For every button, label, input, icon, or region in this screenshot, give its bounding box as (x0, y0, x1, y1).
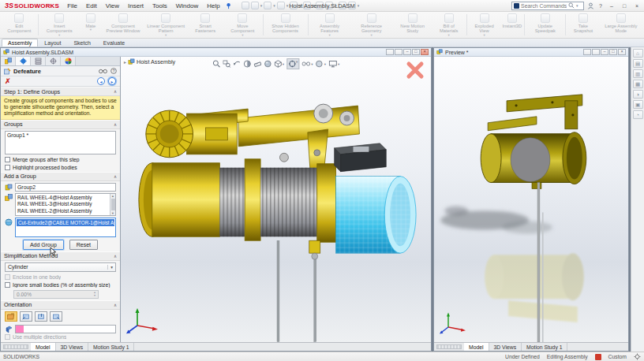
view-settings-icon[interactable]: ▾ (328, 60, 339, 68)
group-list-item[interactable]: Group1 * (7, 132, 28, 138)
edit-appearance-icon[interactable]: ▾ (316, 60, 326, 68)
method-dropdown[interactable]: Cylinder▾ (5, 262, 116, 272)
spinner-arrows-icon[interactable]: ▴▾ (94, 291, 95, 296)
doc-restore-button[interactable]: □ (609, 49, 617, 55)
preview-titlebar[interactable]: Preview * – □ × (434, 48, 628, 57)
user-account-icon[interactable] (587, 2, 594, 9)
tab-model[interactable]: Model (464, 343, 489, 351)
close-button[interactable]: × (632, 2, 642, 9)
main-viewport[interactable]: ▸ Hoist Assembly ▾ ▾ ▾ ▾ (121, 57, 431, 342)
ribbon-button-move-component[interactable]: Move Component▾ (223, 13, 261, 37)
ribbon-button-insert-components[interactable]: Insert Components▾ (39, 13, 79, 37)
help-button[interactable]: ? (597, 3, 604, 9)
section-view-icon[interactable] (243, 60, 251, 68)
viewport-tree-root[interactable]: ▸ Hoist Assembly (124, 58, 175, 65)
preview-viewport[interactable] (434, 57, 628, 342)
reset-button[interactable]: Reset (69, 240, 98, 250)
enclose-checkbox[interactable]: Enclose in one body (1, 274, 120, 281)
search-input[interactable] (521, 3, 567, 9)
design-library-icon[interactable]: ▥ (633, 69, 643, 78)
menu-window[interactable]: Window (173, 2, 201, 9)
status-gear-icon[interactable] (634, 353, 641, 360)
add-group-button[interactable]: Add Group (23, 240, 64, 250)
hoist-assembly-titlebar[interactable]: Hoist Assembly.SLDASM – □ × (1, 48, 431, 57)
menu-help[interactable]: Help (204, 2, 223, 9)
section-step1[interactable]: Step 1: Define Groups∧ (1, 87, 120, 96)
tab-splitter-handle[interactable] (3, 344, 28, 349)
doc-pin-button[interactable] (395, 49, 402, 55)
doc-pin-button[interactable] (592, 49, 600, 55)
search-icon[interactable] (568, 2, 575, 9)
ribbon-button-linear-component-pattern[interactable]: Linear Component Pattern▾ (144, 13, 187, 37)
zoom-area-icon[interactable] (223, 60, 230, 68)
file-explorer-icon[interactable]: ▤ (633, 59, 643, 68)
section-add-group[interactable]: Add a Group∧ (1, 172, 120, 181)
open-icon[interactable] (264, 2, 271, 9)
doc-minimize-button[interactable]: – (601, 49, 608, 55)
scroll-up-icon[interactable]: ▴ (112, 194, 114, 198)
ribbon-button-smart-fasteners[interactable]: Smart Fasteners (187, 13, 223, 37)
tab-assembly[interactable]: Assembly (2, 39, 38, 47)
tab-model[interactable]: Model (31, 343, 56, 351)
ribbon-button-reference-geometry[interactable]: Reference Geometry▾ (350, 13, 393, 37)
hide-show-items-icon[interactable]: ▾ (301, 61, 313, 67)
menu-edit[interactable]: Edit (83, 2, 100, 9)
ribbon-button-instant3d[interactable]: Instant3D (500, 13, 523, 37)
menu-file[interactable]: File (64, 2, 80, 9)
tab-evaluate[interactable]: Evaluate (97, 39, 131, 47)
tab-propertymanager[interactable] (16, 57, 31, 65)
ribbon-button-exploded-view[interactable]: Exploded View▾ (468, 13, 500, 37)
orientation-x-button[interactable] (20, 311, 32, 322)
ribbon-button-new-motion-study[interactable]: New Motion Study (393, 13, 432, 37)
multiple-directions-checkbox[interactable]: Use multiple directions (1, 333, 120, 341)
restore-button[interactable]: □ (620, 2, 629, 9)
forum-icon[interactable]: ◔ (633, 110, 643, 119)
bodies-listbox[interactable]: Cut-Extrude2@CABLE MOTOR-1@Hoist Assembl… (15, 218, 116, 237)
tab-splitter-handle[interactable] (436, 344, 462, 349)
zoom-fit-icon[interactable] (212, 60, 220, 68)
tab-displaymanager[interactable] (61, 57, 76, 65)
menu-tools[interactable]: Tools (149, 2, 170, 9)
ribbon-button-component-preview-window[interactable]: Component Preview Window (102, 13, 144, 37)
tree-root-label[interactable]: Hoist Assembly (137, 58, 175, 65)
tab-3d-views[interactable]: 3D Views (489, 343, 522, 351)
chevron-down-icon[interactable]: ▾ (576, 3, 578, 8)
doc-close-button[interactable]: × (421, 49, 429, 55)
orientation-z-button[interactable] (50, 311, 62, 322)
section-orientation[interactable]: Orientation∧ (1, 300, 120, 310)
display-style-icon[interactable]: ▾ (274, 60, 284, 68)
measure-icon[interactable] (253, 60, 261, 68)
defeature-cancel-x[interactable] (405, 60, 425, 80)
save-icon[interactable] (277, 2, 285, 9)
merge-groups-checkbox[interactable]: Merge groups after this step (1, 156, 120, 164)
ribbon-button-take-snapshot[interactable]: Take Snapshot (567, 13, 600, 37)
tab-featuremanager-tree[interactable] (1, 57, 16, 65)
groups-listbox[interactable]: Group1 * (5, 131, 116, 154)
minimize-button[interactable]: – (607, 2, 616, 9)
appearance-icon[interactable] (264, 60, 271, 68)
doc-close-button[interactable]: × (618, 49, 626, 55)
ribbon-button-large-assembly-mode[interactable]: Large Assembly Mode (600, 13, 642, 37)
view-orientation-icon[interactable]: ▾ (286, 58, 299, 69)
orientation-current-button[interactable] (5, 311, 17, 322)
direction-selection-field[interactable] (15, 325, 116, 333)
doc-menu-button[interactable] (386, 49, 394, 55)
previous-view-icon[interactable] (233, 60, 241, 68)
component-item[interactable]: RAIL WHEEL-3@Hoist Assembly (17, 201, 108, 208)
home-icon[interactable] (242, 2, 249, 9)
highlight-processed-checkbox[interactable]: Highlight processed bodies (1, 164, 120, 172)
component-item[interactable]: RAIL WHEEL-4@Hoist Assembly (17, 195, 108, 202)
custom-properties-icon[interactable]: ▣ (633, 100, 643, 109)
tab-motion-study[interactable]: Motion Study 1 (88, 343, 134, 351)
ribbon-button-show-hidden-components[interactable]: Show Hidden Components (264, 13, 306, 37)
pin-menu-icon[interactable] (226, 2, 233, 9)
home-icon[interactable]: ⌂ (633, 49, 643, 58)
ribbon-button-update-speedpak[interactable]: Update Speedpak (526, 13, 564, 37)
component-item[interactable]: RAIL WHEEL-2@Hoist Assembly (17, 208, 108, 215)
ribbon-button-bill-of-materials[interactable]: Bill of Materials▾ (432, 13, 465, 37)
ribbon-button-edit-component[interactable]: Edit Component (2, 13, 37, 37)
tab-dimxpertmanager[interactable] (46, 57, 61, 65)
tab-sketch[interactable]: Sketch (67, 39, 96, 47)
search-commands-box[interactable]: ▾ (511, 2, 584, 10)
section-groups[interactable]: Groups∧ (1, 120, 120, 129)
